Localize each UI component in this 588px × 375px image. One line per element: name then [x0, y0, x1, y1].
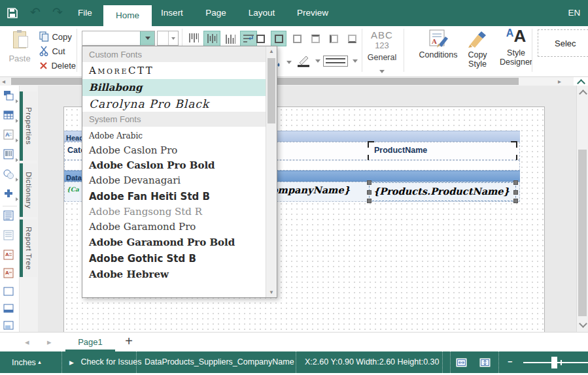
toolbox-shapes-icon[interactable]	[3, 169, 15, 180]
zoom-slider-thumb[interactable]	[551, 357, 557, 368]
toolbox-subreport-icon[interactable]	[3, 320, 15, 332]
toolbox-bands-icon[interactable]	[3, 90, 15, 102]
save-icon[interactable]	[7, 7, 18, 19]
undo-icon[interactable]: ↶	[30, 5, 41, 20]
font-item[interactable]: Adobe Caslon Pro	[82, 142, 266, 158]
paste-button[interactable]: Paste	[5, 30, 34, 73]
font-item[interactable]: Adobe Gothic Std B	[82, 250, 266, 267]
font-item-billabong-selected[interactable]: Billabong	[82, 79, 266, 96]
border-outside-button[interactable]	[271, 31, 286, 46]
svg-text:A: A	[432, 37, 437, 45]
copy-icon	[39, 31, 49, 42]
scroll-down-icon[interactable]	[579, 319, 587, 328]
tab-preview[interactable]: Preview	[293, 0, 332, 26]
delete-button[interactable]: Delete	[39, 59, 76, 71]
toolbox-richtext2-icon[interactable]: A	[3, 268, 15, 280]
fit-page-width-icon[interactable]	[456, 358, 467, 367]
style-designer-icon: AA	[496, 29, 536, 48]
border-top-button[interactable]	[307, 31, 323, 46]
toolbox-component-icon[interactable]	[3, 188, 15, 200]
selection-corner	[511, 141, 517, 148]
scroll-left-icon[interactable]: ◂	[2, 77, 5, 86]
collapse-ribbon-button[interactable]	[574, 77, 588, 86]
check-issues-button[interactable]: ▶ Check for Issues	[69, 351, 142, 374]
group-field-fragment[interactable]: {Ca	[67, 186, 79, 193]
redo-icon[interactable]: ↷	[52, 5, 63, 20]
font-item[interactable]: Adobe Fan Heiti Std B	[82, 188, 266, 204]
toolbox-richtext-icon[interactable]: A	[3, 250, 15, 261]
font-size-dropdown-arrow[interactable]	[168, 31, 178, 45]
resize-handle[interactable]	[513, 180, 518, 185]
panel-tab-dictionary[interactable]: Dictionary	[20, 163, 37, 217]
page-prev-icon[interactable]: ◂	[25, 333, 29, 351]
scroll-up-icon[interactable]: ▲	[269, 48, 274, 54]
tab-file[interactable]: File	[73, 0, 97, 26]
border-left-button[interactable]	[326, 31, 341, 46]
panel-tab-report-tree[interactable]: Report Tree	[20, 220, 37, 277]
units-button[interactable]: Inches ▴	[12, 351, 41, 374]
product-header-cell[interactable]: ProductName	[369, 143, 516, 159]
resize-handle[interactable]	[367, 180, 372, 185]
font-item[interactable]: Adobe Garamond Pro Bold	[82, 235, 266, 250]
style-designer-button[interactable]: AA StyleDesigner	[496, 29, 536, 67]
resize-handle[interactable]	[513, 190, 518, 195]
font-name-combo[interactable]	[82, 31, 155, 46]
zoom-out-button[interactable]: −	[508, 351, 512, 373]
copy-style-button[interactable]: CopyStyle	[459, 29, 496, 69]
svg-text:A: A	[5, 252, 9, 257]
font-item[interactable]: Adobe Hebrew	[82, 267, 266, 282]
toolbox-textblock-icon[interactable]	[3, 210, 15, 222]
tab-home[interactable]: Home	[103, 5, 152, 26]
border-bottom-button[interactable]	[344, 31, 360, 46]
toolbox-pagebreak-icon[interactable]	[3, 303, 15, 315]
border-all-button[interactable]	[252, 31, 268, 46]
panel-tab-properties[interactable]: Properties	[20, 91, 37, 161]
toolbox-panel-icon[interactable]	[3, 286, 15, 298]
select-dropdown[interactable]: Selec	[538, 29, 588, 57]
border-style-button[interactable]	[323, 56, 358, 69]
product-field[interactable]: {Products.ProductName}	[369, 182, 516, 201]
font-name-dropdown-arrow[interactable]	[140, 31, 154, 45]
align-center-button[interactable]	[203, 31, 220, 46]
toolbox-table-icon[interactable]	[3, 110, 15, 122]
border-none-button[interactable]	[289, 31, 305, 46]
align-bottom-button[interactable]	[222, 31, 239, 46]
page-tab-page1[interactable]: Page1	[65, 333, 115, 351]
language-button[interactable]: EN	[564, 0, 585, 26]
toolbox-text-icon[interactable]: A	[3, 129, 15, 141]
resize-handle[interactable]	[513, 199, 518, 203]
font-item[interactable]: Adobe Devanagari	[82, 172, 266, 188]
text-color-button[interactable]	[296, 54, 320, 71]
page-next-icon[interactable]: ▸	[47, 333, 52, 351]
fit-page-height-icon[interactable]	[479, 358, 491, 367]
add-page-button[interactable]: +	[122, 333, 136, 351]
dropdown-scroll-thumb[interactable]	[268, 58, 275, 123]
toolbox-barcode-icon[interactable]	[3, 149, 15, 161]
font-item[interactable]: Adobe Fangsong Std R	[82, 204, 266, 219]
tab-layout[interactable]: Layout	[245, 0, 279, 26]
font-dropdown-scrollbar[interactable]: ▲ ▼	[266, 46, 277, 297]
tab-page[interactable]: Page	[201, 0, 230, 26]
font-item[interactable]: Adobe Garamond Pro	[82, 219, 266, 235]
resize-handle[interactable]	[367, 190, 372, 195]
font-item-carolyna[interactable]: Carolyna Pro Black	[82, 96, 266, 112]
font-item[interactable]: Adobe Caslon Pro Bold	[82, 158, 266, 172]
canvas-vscrollbar[interactable]	[576, 86, 588, 332]
resize-handle[interactable]	[367, 199, 372, 203]
scroll-up-icon[interactable]	[579, 90, 587, 98]
text-format-button[interactable]: ABC 123 General	[364, 29, 400, 76]
font-item-amorectt[interactable]: AmoreCTT	[82, 62, 266, 79]
copy-button[interactable]: Copy	[39, 31, 72, 42]
cut-button[interactable]: Cut	[39, 45, 65, 57]
toolbox-textblock2-icon[interactable]	[3, 230, 15, 242]
scroll-down-icon[interactable]: ▼	[269, 289, 274, 295]
play-icon: ▶	[69, 359, 74, 366]
units-caret-icon: ▴	[38, 359, 41, 365]
tab-insert[interactable]: Insert	[156, 0, 188, 26]
font-size-combo[interactable]	[157, 31, 179, 46]
scroll-right-icon[interactable]: ▸	[558, 77, 561, 86]
font-item[interactable]: Adobe Arabic	[82, 129, 266, 142]
conditions-button[interactable]: A Conditions	[411, 29, 466, 59]
align-top-button[interactable]	[185, 31, 202, 46]
vscrollbar-thumb[interactable]	[578, 150, 587, 316]
